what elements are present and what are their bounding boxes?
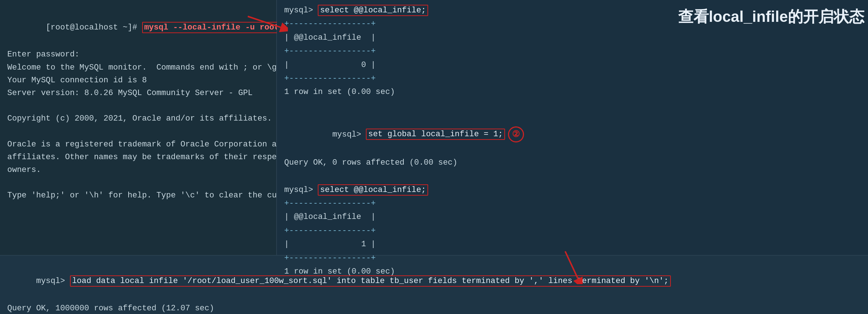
left-line-8 xyxy=(7,125,269,138)
right-result-2: Query OK, 0 rows affected (0.00 sec) xyxy=(284,156,861,169)
main-container: [root@localhost ~]# mysql --local-infile… xyxy=(0,0,868,314)
left-line-9: Oracle is a registered trademark of Orac… xyxy=(7,138,269,151)
right-divider-1b: +-----------------+ xyxy=(284,44,861,58)
or-text: or xyxy=(70,191,79,200)
arrow-2 xyxy=(558,248,587,284)
right-divider-3a: +-----------------+ xyxy=(284,197,861,210)
left-line-5: Server version: 8.0.26 MySQL Community S… xyxy=(7,87,269,99)
left-line-3: Welcome to the MySQL monitor. Commands e… xyxy=(7,61,269,74)
svg-line-3 xyxy=(565,251,578,279)
select-local-infile-2: select @@local_infile; xyxy=(318,184,428,196)
left-line-4: Your MySQL connection id is 8 xyxy=(7,74,269,87)
chinese-title: 查看local_infile的开启状态 xyxy=(678,4,864,30)
left-line-2: Enter password: xyxy=(7,48,269,61)
bottom-result-1: Query OK, 1000000 rows affected (12.07 s… xyxy=(7,302,861,314)
right-divider-1c: +-----------------+ xyxy=(284,72,861,85)
right-panel: 查看local_infile的开启状态 mysql> select @@loca… xyxy=(277,0,868,255)
right-cmd-2: mysql> set global local_infile = 1;② xyxy=(284,113,861,156)
prompt-prefix: [root@localhost ~]# xyxy=(46,23,142,32)
svg-line-1 xyxy=(248,16,281,27)
left-line-12 xyxy=(7,176,269,189)
right-val-1: | 0 | xyxy=(284,58,861,72)
top-section: [root@localhost ~]# mysql --local-infile… xyxy=(0,0,868,255)
select-local-infile-1: select @@local_infile; xyxy=(318,5,428,16)
right-result-1: 1 row in set (0.00 sec) xyxy=(284,85,861,99)
right-col-3: | @@local_infile | xyxy=(284,210,861,224)
left-line-1: [root@localhost ~]# mysql --local-infile… xyxy=(7,7,269,48)
right-section-2: mysql> set global local_infile = 1;② Que… xyxy=(284,113,861,169)
right-spacer-2 xyxy=(284,169,861,183)
left-line-10: affiliates. Other names may be trademark… xyxy=(7,151,269,164)
right-cmd-3: mysql> select @@local_infile; xyxy=(284,183,861,197)
badge-2: ② xyxy=(508,126,524,142)
left-panel: [root@localhost ~]# mysql --local-infile… xyxy=(0,0,277,255)
right-col-1: | @@local_infile | xyxy=(284,31,861,44)
left-line-13: Type 'help;' or '\h' for help. Type '\c'… xyxy=(7,189,269,202)
set-global-cmd: set global local_infile = 1; xyxy=(366,129,505,140)
left-line-6 xyxy=(7,99,269,112)
arrow-1 xyxy=(244,11,288,33)
left-line-11: owners. xyxy=(7,164,269,176)
right-divider-3b: +-----------------+ xyxy=(284,224,861,238)
left-line-7: Copyright (c) 2000, 2021, Oracle and/or … xyxy=(7,112,269,125)
right-spacer-1 xyxy=(284,99,861,113)
